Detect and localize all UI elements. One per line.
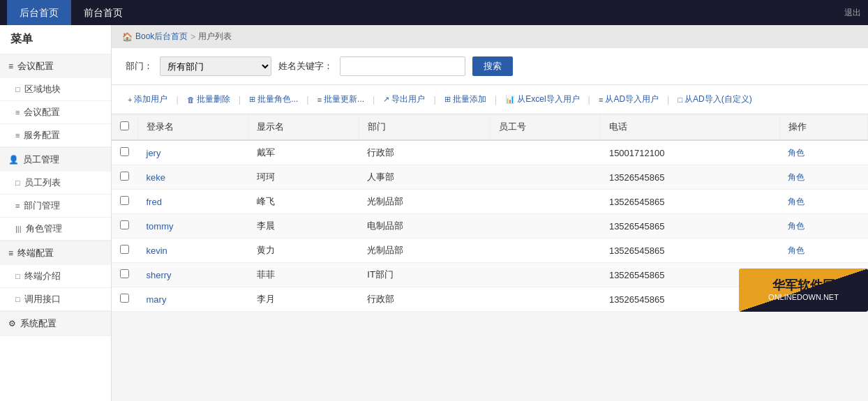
row-login-name: tommy bbox=[138, 214, 248, 239]
nav-frontend-home[interactable]: 前台首页 bbox=[71, 0, 135, 25]
sidebar-item-dept[interactable]: ≡ 部门管理 bbox=[0, 195, 111, 218]
sidebar-group-system: ⚙ 系统配置 bbox=[0, 312, 111, 336]
row-login-name: keke bbox=[138, 165, 248, 190]
row-op: 角色 bbox=[779, 239, 867, 263]
login-name-link[interactable]: kevin bbox=[147, 245, 167, 256]
sep3: | bbox=[304, 94, 311, 105]
export-user-btn[interactable]: ↗ 导出用户 bbox=[377, 91, 431, 108]
row-checkbox[interactable] bbox=[120, 147, 129, 156]
watermark: 华军软件园 ONLINEDOWN.NET bbox=[739, 268, 868, 312]
row-login-name: kevin bbox=[138, 239, 248, 263]
col-emp-no: 员工号 bbox=[490, 114, 600, 140]
row-display-name: 黄力 bbox=[248, 239, 359, 263]
col-op: 操作 bbox=[779, 114, 867, 140]
role-op-btn[interactable]: 角色 bbox=[788, 245, 805, 255]
sidebar-item-service-config[interactable]: ≡ 服务配置 bbox=[0, 124, 111, 147]
sep5: | bbox=[431, 94, 438, 105]
terminal-icon: ≡ bbox=[8, 248, 13, 258]
batch-update-btn[interactable]: ≡ 批量更新... bbox=[312, 91, 370, 108]
breadcrumb-home-link[interactable]: Book后台首页 bbox=[135, 31, 188, 43]
sidebar-item-region[interactable]: □ 区域地块 bbox=[0, 78, 111, 101]
search-bar: 部门： 所有部门 行政部 人事部 光制品部 电制品部 IT部门 姓名关键字： 搜… bbox=[112, 48, 868, 85]
batch-add-btn[interactable]: ⊞ 批量添加 bbox=[439, 91, 492, 108]
dept-label: 部门： bbox=[126, 60, 153, 73]
import-ad-custom-btn[interactable]: □ 从AD导入(自定义) bbox=[672, 91, 757, 108]
login-name-link[interactable]: mary bbox=[147, 294, 167, 305]
role-op-btn[interactable]: 角色 bbox=[788, 172, 805, 182]
row-checkbox[interactable] bbox=[120, 269, 129, 278]
sidebar-group-employee-label: 员工管理 bbox=[23, 153, 59, 166]
nav-logout[interactable]: 退出 bbox=[844, 7, 861, 19]
login-name-link[interactable]: jery bbox=[147, 148, 161, 158]
add-icon: + bbox=[128, 96, 132, 104]
terminal-intro-icon: □ bbox=[15, 272, 20, 280]
login-name-link[interactable]: fred bbox=[147, 197, 162, 207]
sidebar-group-meeting-header[interactable]: ≡ 会议配置 bbox=[0, 54, 111, 78]
table-row: kevin 黄力 光制品部 13526545865 角色 bbox=[112, 239, 868, 263]
sidebar-item-terminal-intro[interactable]: □ 终端介绍 bbox=[0, 265, 111, 288]
select-all-checkbox[interactable] bbox=[120, 121, 129, 130]
sidebar-item-meeting-config[interactable]: ≡ 会议配置 bbox=[0, 101, 111, 124]
action-bar: + 添加用户 | 🗑 批量删除 | ⊞ 批量角色... | ≡ 批量更新... … bbox=[112, 85, 868, 114]
sidebar-group-system-header[interactable]: ⚙ 系统配置 bbox=[0, 312, 111, 335]
role-op-btn[interactable]: 角色 bbox=[788, 221, 805, 231]
watermark-title: 华军软件园 bbox=[772, 279, 835, 293]
sidebar-title: 菜单 bbox=[0, 25, 111, 54]
role-icon: ||| bbox=[15, 225, 22, 233]
batch-delete-btn[interactable]: 🗑 批量删除 bbox=[181, 91, 236, 108]
import-excel-btn[interactable]: 📊 从Excel导入用户 bbox=[500, 91, 585, 108]
sidebar-group-system-label: 系统配置 bbox=[20, 317, 57, 330]
sidebar-group-employee-header[interactable]: 👤 员工管理 bbox=[0, 148, 111, 172]
row-checkbox[interactable] bbox=[120, 294, 129, 303]
login-name-link[interactable]: sherry bbox=[147, 270, 172, 280]
batch-role-btn[interactable]: ⊞ 批量角色... bbox=[244, 91, 304, 108]
row-display-name: 峰飞 bbox=[248, 190, 359, 214]
ad-icon: ≡ bbox=[599, 96, 603, 104]
sidebar-item-employee-list[interactable]: □ 员工列表 bbox=[0, 172, 111, 195]
sidebar-item-dept-label: 部门管理 bbox=[24, 199, 60, 212]
row-checkbox[interactable] bbox=[120, 196, 129, 205]
batch-role-label: 批量角色... bbox=[257, 93, 298, 105]
row-checkbox[interactable] bbox=[120, 245, 129, 254]
sidebar-group-terminal-header[interactable]: ≡ 终端配置 bbox=[0, 241, 111, 265]
import-ad-btn[interactable]: ≡ 从AD导入用户 bbox=[593, 91, 664, 108]
row-emp-no bbox=[490, 287, 600, 312]
row-checkbox[interactable] bbox=[120, 220, 129, 229]
row-display-name: 戴军 bbox=[248, 140, 359, 165]
dept-select[interactable]: 所有部门 行政部 人事部 光制品部 电制品部 IT部门 bbox=[160, 56, 271, 76]
add-user-btn[interactable]: + 添加用户 bbox=[122, 91, 173, 108]
role-op-btn[interactable]: 角色 bbox=[788, 197, 805, 206]
role-op-btn[interactable]: 角色 bbox=[788, 148, 805, 158]
top-nav: 后台首页 前台首页 退出 bbox=[0, 0, 868, 25]
system-icon: ⚙ bbox=[8, 319, 16, 328]
api-icon: □ bbox=[15, 295, 20, 303]
row-emp-no bbox=[490, 190, 600, 214]
keyword-input[interactable] bbox=[340, 56, 465, 76]
row-dept: 光制品部 bbox=[359, 239, 490, 263]
sidebar-item-role-label: 角色管理 bbox=[26, 222, 62, 235]
table-row: keke 珂珂 人事部 13526545865 角色 bbox=[112, 165, 868, 190]
meeting-config-icon: ≡ bbox=[15, 108, 20, 116]
sidebar-group-terminal: ≡ 终端配置 □ 终端介绍 □ 调用接口 bbox=[0, 241, 111, 312]
sep7: | bbox=[585, 94, 593, 105]
menu-icon: ≡ bbox=[8, 61, 13, 71]
row-dept: 光制品部 bbox=[359, 190, 490, 214]
table-header-row: 登录名 显示名 部门 员工号 电话 操作 bbox=[112, 114, 868, 140]
login-name-link[interactable]: tommy bbox=[147, 221, 174, 232]
row-display-name: 李晨 bbox=[248, 214, 359, 239]
excel-icon: 📊 bbox=[505, 95, 515, 104]
import-ad-label: 从AD导入用户 bbox=[605, 93, 659, 105]
add-user-label: 添加用户 bbox=[134, 93, 167, 105]
sidebar-item-api[interactable]: □ 调用接口 bbox=[0, 288, 111, 311]
role-batch-icon: ⊞ bbox=[249, 95, 255, 104]
sidebar-item-role[interactable]: ||| 角色管理 bbox=[0, 218, 111, 241]
row-checkbox-cell bbox=[112, 165, 138, 190]
row-checkbox[interactable] bbox=[120, 172, 129, 181]
login-name-link[interactable]: keke bbox=[147, 172, 165, 183]
sidebar-item-terminal-intro-label: 终端介绍 bbox=[24, 270, 61, 282]
employee-icon: 👤 bbox=[8, 155, 19, 165]
search-button[interactable]: 搜索 bbox=[472, 56, 513, 76]
nav-backend-home[interactable]: 后台首页 bbox=[7, 0, 71, 25]
row-checkbox-cell bbox=[112, 190, 138, 214]
sep1: | bbox=[173, 94, 181, 105]
